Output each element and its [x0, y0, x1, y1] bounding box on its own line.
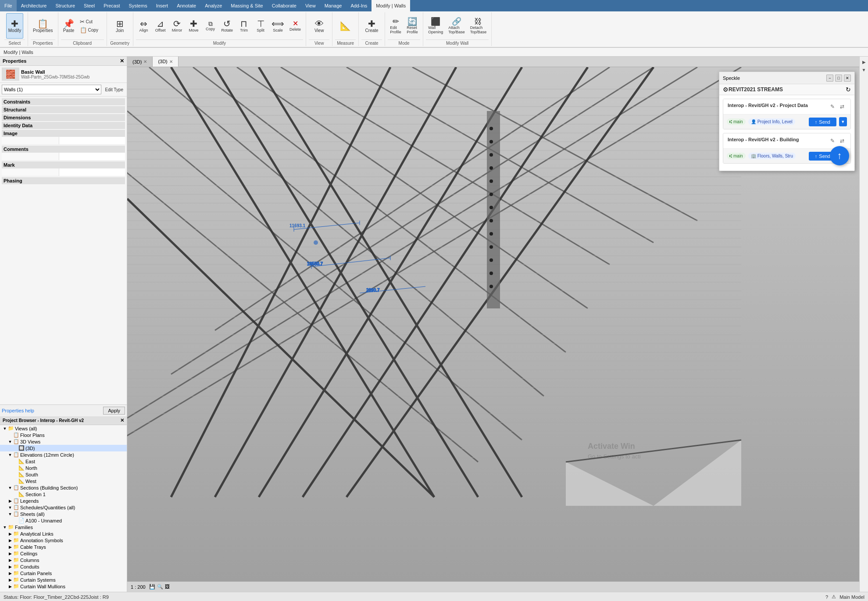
- properties-close-icon[interactable]: ✕: [120, 58, 124, 64]
- save-view-icon[interactable]: 💾: [149, 584, 155, 590]
- stream-1-send-btn[interactable]: ↑ Send: [809, 118, 836, 126]
- measure-btn[interactable]: 📐: [338, 13, 354, 39]
- viewport-tab-3d-1[interactable]: (3D) ✕: [127, 57, 153, 67]
- prop-section-header-mark[interactable]: Mark: [2, 161, 125, 168]
- tab-collaborate[interactable]: Collaborate: [268, 0, 301, 11]
- scale-btn[interactable]: ⟺ Scale: [269, 13, 286, 39]
- prop-section-header-structural[interactable]: Structural: [2, 106, 125, 113]
- tree-row[interactable]: ▶📁Cable Trays: [0, 544, 127, 550]
- tree-row[interactable]: 📐North: [0, 465, 127, 471]
- properties-help-text[interactable]: Properties help: [2, 408, 34, 413]
- tree-row[interactable]: ▼📋Sheets (all): [0, 511, 127, 517]
- prop-section-header-dimensions[interactable]: Dimensions: [2, 114, 125, 121]
- tree-row[interactable]: ▼📋Schedules/Quantities (all): [0, 504, 127, 511]
- delete-btn[interactable]: ✕ Delete: [287, 13, 303, 39]
- speckle-maximize-btn[interactable]: □: [835, 75, 842, 82]
- align-btn[interactable]: ⇔ Align: [136, 13, 152, 39]
- speckle-close-btn[interactable]: ✕: [844, 75, 851, 82]
- edit-type-btn[interactable]: Edit Type: [103, 86, 125, 93]
- viewport-tab-close-2[interactable]: ✕: [169, 59, 173, 64]
- tree-row[interactable]: 📐West: [0, 478, 127, 484]
- stream-1-expand-btn[interactable]: ▾: [839, 117, 847, 126]
- tree-row[interactable]: ▶📁Ceilings: [0, 550, 127, 557]
- tab-annotate[interactable]: Annotate: [172, 0, 200, 11]
- tab-steel[interactable]: Steel: [79, 0, 99, 11]
- tab-view[interactable]: View: [301, 0, 320, 11]
- prop-section-header-image[interactable]: Image: [2, 130, 125, 137]
- join-btn[interactable]: ⊞ Join: [112, 13, 128, 39]
- rotate-btn[interactable]: ↺ Rotate: [219, 13, 236, 39]
- tab-systems[interactable]: Systems: [124, 0, 151, 11]
- tree-row[interactable]: 📋Floor Plans: [0, 432, 127, 438]
- tree-row[interactable]: 📐Section 1: [0, 491, 127, 497]
- tree-row[interactable]: ▼📋Sections (Building Section): [0, 484, 127, 491]
- tab-structure[interactable]: Structure: [51, 0, 79, 11]
- tree-row[interactable]: 📐East: [0, 458, 127, 465]
- prop-section-header-phasing[interactable]: Phasing: [2, 177, 125, 184]
- apply-btn[interactable]: Apply: [103, 407, 125, 415]
- tab-analyze[interactable]: Analyze: [200, 0, 226, 11]
- wall-opening-btn[interactable]: ⬛ WallOpening: [426, 13, 445, 39]
- tab-modify-walls[interactable]: Modify | Walls: [371, 0, 410, 11]
- right-sidebar-btn-1[interactable]: ▶: [861, 58, 868, 65]
- tree-row[interactable]: ▶📁Annotation Symbols: [0, 537, 127, 544]
- attach-top-base-btn[interactable]: 🔗 AttachTop/Base: [446, 13, 467, 39]
- project-browser-close[interactable]: ✕: [120, 418, 124, 423]
- tab-massing[interactable]: Massing & Site: [226, 0, 267, 11]
- edit-profile-btn[interactable]: ✏ EditProfile: [388, 13, 404, 39]
- paste-btn[interactable]: 📌 Paste: [61, 13, 77, 39]
- cut-btn[interactable]: ✂ Cut: [78, 18, 104, 26]
- detach-top-base-btn[interactable]: ⛓ DetachTop/Base: [468, 13, 489, 39]
- tree-row[interactable]: ▼📁Views (all): [0, 425, 127, 432]
- tree-row[interactable]: ▼📋3D Views: [0, 438, 127, 445]
- tree-row[interactable]: ▼📁Families: [0, 524, 127, 530]
- speckle-fab[interactable]: ↑: [830, 146, 849, 165]
- viewport-tab-close-1[interactable]: ✕: [143, 59, 147, 64]
- tree-row[interactable]: 🔲(3D): [0, 445, 127, 451]
- tree-row[interactable]: 📄A100 - Unnamed: [0, 517, 127, 524]
- right-sidebar-btn-2[interactable]: ▼: [861, 66, 868, 73]
- split-btn[interactable]: ⊤ Split: [253, 13, 268, 39]
- copy-btn[interactable]: 📋 Copy: [78, 26, 104, 34]
- tree-row[interactable]: ▶📁Curtain Wall Mullions: [0, 583, 127, 590]
- mirror-btn[interactable]: ⟳ Mirror: [169, 13, 185, 39]
- display-mode-icon[interactable]: 🖼: [165, 584, 170, 590]
- speckle-refresh-icon[interactable]: ↻: [846, 86, 851, 93]
- tree-row[interactable]: ▶📁Curtain Systems: [0, 576, 127, 583]
- copy-tool-btn[interactable]: ⧉ Copy: [203, 13, 218, 39]
- tree-row[interactable]: ▶📁Curtain Panels: [0, 570, 127, 576]
- create-btn[interactable]: ✚ Create: [363, 13, 381, 39]
- trim-btn[interactable]: ⊓ Trim: [236, 13, 252, 39]
- tab-precast[interactable]: Precast: [99, 0, 124, 11]
- tree-row[interactable]: ▶📁Detail Items: [0, 590, 127, 590]
- properties-btn[interactable]: 📋 Properties: [31, 13, 55, 39]
- tab-architecture[interactable]: Architecture: [17, 0, 51, 11]
- viewport-tab-3d-2[interactable]: (3D) ✕: [153, 57, 178, 67]
- tree-row[interactable]: 📐South: [0, 471, 127, 478]
- tree-row[interactable]: ▼📋Elevations (12mm Circle): [0, 451, 127, 458]
- tab-addins[interactable]: Add-Ins: [346, 0, 371, 11]
- speckle-settings-icon[interactable]: ⚙: [723, 86, 729, 93]
- speckle-minimize-btn[interactable]: −: [826, 75, 833, 82]
- modify-btn[interactable]: ✚ Modify: [6, 13, 23, 39]
- prop-section-header-constraints[interactable]: Constraints: [2, 98, 125, 105]
- tab-manage[interactable]: Manage: [320, 0, 346, 11]
- prop-section-header-comments[interactable]: Comments: [2, 146, 125, 153]
- stream-1-share-icon[interactable]: ⇄: [838, 103, 846, 111]
- move-btn[interactable]: ✚ Move: [186, 13, 202, 39]
- tree-row[interactable]: ▶📋Legends: [0, 497, 127, 504]
- viewport-canvas[interactable]: 11100 11400 11700 12000 12300 14100 1680…: [127, 67, 859, 581]
- tab-insert[interactable]: Insert: [152, 0, 173, 11]
- instance-select[interactable]: Walls (1): [2, 85, 101, 94]
- reset-profile-btn[interactable]: 🔄 ResetProfile: [404, 13, 420, 39]
- stream-2-edit-icon[interactable]: ✎: [829, 137, 836, 145]
- prop-section-header-identity[interactable]: Identity Data: [2, 122, 125, 129]
- offset-btn[interactable]: ⊿ Offset: [153, 13, 168, 39]
- tree-row[interactable]: ▶📁Conduits: [0, 563, 127, 570]
- zoom-icon[interactable]: 🔍: [157, 584, 163, 590]
- stream-2-share-icon[interactable]: ⇄: [838, 137, 846, 145]
- tree-row[interactable]: ▶📁Analytical Links: [0, 530, 127, 537]
- tab-file[interactable]: File: [0, 0, 17, 11]
- tree-row[interactable]: ▶📁Columns: [0, 557, 127, 563]
- view-btn[interactable]: 👁 View: [311, 13, 327, 39]
